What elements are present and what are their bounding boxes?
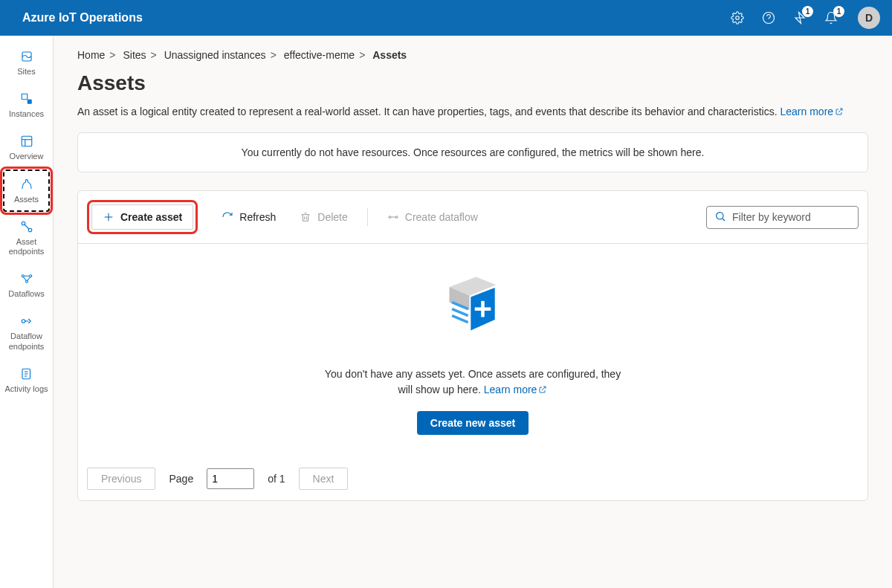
- filter-input-wrapper[interactable]: [706, 206, 859, 229]
- button-label: Refresh: [239, 211, 276, 223]
- sidebar-item-label: Overview: [10, 152, 44, 161]
- page-title: Assets: [77, 71, 868, 95]
- sidebar-item-asset-endpoints[interactable]: Asset endpoints: [0, 212, 53, 264]
- create-asset-button[interactable]: Create asset: [91, 204, 193, 230]
- avatar[interactable]: D: [858, 7, 880, 29]
- svg-point-23: [395, 216, 398, 219]
- sidebar-item-label: Dataflows: [8, 289, 44, 299]
- breadcrumb: Home> Sites> Unassigned instances> effec…: [77, 49, 868, 61]
- assets-icon: [19, 177, 34, 192]
- sidebar-item-sites[interactable]: Sites: [0, 42, 53, 84]
- button-label: Delete: [317, 211, 347, 223]
- svg-line-30: [452, 316, 468, 323]
- previous-button: Previous: [87, 468, 155, 490]
- page-total-label: of 1: [268, 473, 285, 485]
- notifications-icon[interactable]: 1: [824, 10, 838, 25]
- breadcrumb-item[interactable]: Sites: [123, 49, 146, 61]
- settings-icon[interactable]: [730, 10, 745, 25]
- empty-state: You don't have any assets yet. Once asse…: [78, 244, 867, 457]
- delete-button: Delete: [291, 207, 356, 227]
- sidebar-item-label: Dataflow endpoints: [3, 332, 50, 351]
- breadcrumb-item[interactable]: effective-meme: [284, 49, 355, 61]
- svg-point-11: [29, 275, 31, 277]
- app-title: Azure IoT Operations: [22, 11, 730, 25]
- dataflow-icon: [387, 211, 399, 223]
- plus-icon: [103, 211, 114, 223]
- breadcrumb-item-current: Assets: [372, 49, 407, 61]
- map-icon: [19, 49, 34, 64]
- sidebar-item-label: Asset endpoints: [3, 237, 50, 256]
- toolbar: Create asset Refresh Delete Create dataf…: [78, 191, 867, 244]
- sidebar-item-activity-logs[interactable]: Activity logs: [0, 359, 53, 401]
- sidebar-item-assets[interactable]: Assets: [3, 169, 50, 212]
- info-card: You currently do not have resources. Onc…: [77, 132, 868, 172]
- external-link-icon: [835, 106, 844, 115]
- refresh-icon: [222, 211, 233, 223]
- main-content: Home> Sites> Unassigned instances> effec…: [54, 36, 892, 588]
- help-icon[interactable]: [761, 10, 776, 25]
- filter-input[interactable]: [732, 211, 850, 223]
- pagination: Previous Page of 1 Next: [78, 457, 867, 500]
- toolbar-separator: [367, 208, 368, 226]
- sidebar-item-label: Assets: [14, 195, 39, 204]
- sidebar: Sites Instances Overview Assets Asset en…: [0, 36, 54, 588]
- button-label: Create dataflow: [405, 211, 478, 223]
- empty-state-text: You don't have any assets yet. Once asse…: [317, 366, 629, 398]
- dataflow-endpoints-icon: [19, 314, 34, 329]
- overview-icon: [19, 134, 34, 149]
- svg-point-1: [763, 13, 775, 24]
- learn-more-link[interactable]: Learn more: [780, 106, 844, 117]
- svg-point-10: [22, 275, 24, 277]
- svg-line-29: [452, 309, 468, 316]
- svg-point-12: [25, 280, 28, 282]
- breadcrumb-item[interactable]: Home: [77, 49, 105, 61]
- dataflows-icon: [19, 271, 34, 286]
- sidebar-item-label: Activity logs: [4, 384, 48, 394]
- svg-point-24: [717, 212, 723, 219]
- create-dataflow-button: Create dataflow: [378, 207, 487, 227]
- alerts-icon[interactable]: 1: [792, 10, 807, 25]
- sidebar-item-label: Instances: [9, 109, 44, 119]
- next-button: Next: [299, 468, 349, 490]
- alerts-badge: 1: [802, 6, 813, 17]
- search-icon: [714, 210, 726, 224]
- page-label: Page: [169, 473, 193, 485]
- highlight-box: Create asset: [87, 200, 198, 234]
- svg-point-13: [22, 320, 25, 323]
- sidebar-item-label: Sites: [17, 67, 35, 77]
- endpoints-icon: [19, 219, 34, 234]
- create-new-asset-button[interactable]: Create new asset: [417, 411, 529, 435]
- svg-rect-5: [22, 137, 32, 147]
- instances-icon: [19, 91, 34, 106]
- info-text: You currently do not have resources. Onc…: [242, 146, 705, 158]
- empty-learn-more-link[interactable]: Learn more: [484, 384, 548, 395]
- svg-rect-3: [22, 94, 28, 100]
- svg-rect-4: [27, 100, 31, 104]
- sidebar-item-dataflow-endpoints[interactable]: Dataflow endpoints: [0, 306, 53, 358]
- trash-icon: [300, 211, 311, 223]
- svg-point-22: [389, 216, 391, 219]
- page-description: An asset is a logical entity created to …: [77, 106, 868, 117]
- notifications-badge: 1: [833, 6, 844, 17]
- svg-line-25: [723, 219, 725, 221]
- refresh-button[interactable]: Refresh: [213, 207, 285, 227]
- logs-icon: [19, 366, 34, 381]
- sidebar-item-overview[interactable]: Overview: [0, 126, 53, 169]
- breadcrumb-item[interactable]: Unassigned instances: [164, 49, 266, 61]
- sidebar-item-instances[interactable]: Instances: [0, 84, 53, 126]
- sidebar-item-dataflows[interactable]: Dataflows: [0, 264, 53, 306]
- svg-point-0: [736, 16, 740, 20]
- external-link-icon: [538, 383, 547, 392]
- button-label: Create asset: [120, 211, 182, 223]
- page-description-text: An asset is a logical entity created to …: [77, 106, 780, 117]
- empty-illustration: [439, 274, 506, 344]
- app-header: Azure IoT Operations 1 1 D: [0, 0, 892, 36]
- assets-card: Create asset Refresh Delete Create dataf…: [77, 190, 868, 501]
- page-number-input[interactable]: [207, 468, 254, 489]
